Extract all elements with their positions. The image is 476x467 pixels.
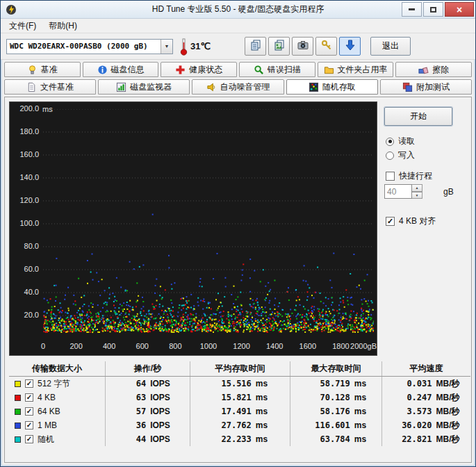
metric-value: 63 <box>125 393 146 402</box>
series-checkbox[interactable] <box>25 421 33 429</box>
tab-label: 附加测试 <box>416 81 450 93</box>
metric-cell: 17.491ms <box>190 404 290 418</box>
tab-erase[interactable]: 擦除 <box>395 62 472 77</box>
start-button[interactable]: 开始 <box>384 107 452 126</box>
column-header: 平均存取时间 <box>190 361 290 376</box>
toolbar: WDC WD20EARX-00PASB0 (2000 gB) 31℃ 退出 <box>1 33 475 60</box>
y-tick-label: 120.0 <box>10 196 39 204</box>
maximize-icon <box>430 7 436 13</box>
metric-value: 36 <box>125 420 146 430</box>
radio-selected-icon <box>386 138 394 146</box>
metric-cell: 58.719ms <box>290 377 381 391</box>
series-color-swatch <box>15 436 21 443</box>
metric-cell: 22.821MB/秒 <box>381 432 470 446</box>
tab-random-access[interactable]: 随机存取 <box>286 79 378 95</box>
drive-select[interactable]: WDC WD20EARX-00PASB0 (2000 gB) <box>6 39 173 54</box>
close-button[interactable] <box>445 2 474 17</box>
health-icon <box>175 65 186 75</box>
series-checkbox[interactable] <box>25 393 33 402</box>
metric-value: 22.233 <box>213 434 252 444</box>
chevron-down-icon[interactable] <box>161 40 172 54</box>
tab-benchmark[interactable]: 基准 <box>4 62 81 77</box>
tab-error-scan[interactable]: 错误扫描 <box>239 62 315 77</box>
metric-unit: MB/秒 <box>436 378 460 390</box>
results-table-body: 512 字节64IOPS15.516ms58.719ms0.031MB/秒4 K… <box>9 377 470 446</box>
metric-unit: MB/秒 <box>436 406 460 418</box>
metric-unit: ms <box>256 434 268 444</box>
y-tick-label: 140.0 <box>10 173 39 181</box>
metric-unit: ms <box>354 434 366 444</box>
tab-label: 健康状态 <box>189 64 222 76</box>
spin-up-icon[interactable] <box>412 184 422 192</box>
metric-unit: ms <box>354 379 366 388</box>
metric-unit: MB/秒 <box>436 392 460 404</box>
read-radio[interactable]: 读取 <box>386 136 415 147</box>
menu-file[interactable]: 文件(F) <box>3 19 42 33</box>
metric-cell: 22.233ms <box>190 432 290 446</box>
access-time-chart: ms 200.0180.0160.0140.0120.0100.080.060.… <box>9 101 377 356</box>
metric-cell: 36IOPS <box>105 418 190 432</box>
metric-unit: ms <box>354 393 366 402</box>
save-results-button[interactable] <box>339 37 361 56</box>
copy-text-button[interactable] <box>245 37 266 56</box>
series-cell: 随机 <box>9 432 105 446</box>
metric-value: 3.573 <box>393 407 432 416</box>
series-color-swatch <box>15 409 21 415</box>
shortstroke-checkbox[interactable]: 快捷行程 <box>386 170 432 182</box>
maximize-button[interactable] <box>423 2 443 17</box>
tab-file-benchmark[interactable]: 文件基准 <box>4 79 96 95</box>
metric-cell: 64IOPS <box>105 377 190 391</box>
metric-cell: 63IOPS <box>105 391 190 404</box>
spinner-buttons[interactable] <box>412 184 422 199</box>
metric-unit: ms <box>256 420 268 430</box>
minimize-button[interactable] <box>402 2 422 17</box>
table-row: 1 MB36IOPS27.762ms116.601ms36.020MB/秒 <box>9 418 470 432</box>
tab-aam[interactable]: 自动噪音管理 <box>192 79 284 95</box>
tab-label: 错误扫描 <box>268 64 301 76</box>
series-label: 随机 <box>38 434 54 445</box>
tab-health[interactable]: 健康状态 <box>161 62 237 77</box>
info-icon <box>97 65 108 75</box>
metric-cell: 63.784ms <box>290 432 381 446</box>
metric-value: 57 <box>125 407 146 416</box>
series-checkbox[interactable] <box>25 407 33 416</box>
metric-value: 63.784 <box>306 434 350 444</box>
copy-image-button[interactable] <box>268 37 290 56</box>
shortstroke-size-input[interactable] <box>384 184 412 199</box>
tab-extra-tests[interactable]: 附加测试 <box>380 79 472 95</box>
spin-down-icon[interactable] <box>412 192 422 199</box>
series-cell: 512 字节 <box>9 377 105 391</box>
series-checkbox[interactable] <box>25 379 33 388</box>
metric-value: 0.247 <box>393 393 432 402</box>
y-tick-label: 60.0 <box>10 265 39 273</box>
metric-cell: 57IOPS <box>105 404 190 418</box>
tab-folder-usage[interactable]: 文件夹占用率 <box>318 62 394 77</box>
align-checkbox[interactable]: 4 KB 对齐 <box>386 215 436 227</box>
write-radio[interactable]: 写入 <box>386 149 415 161</box>
tab-disk-info[interactable]: 磁盘信息 <box>83 62 159 77</box>
metric-cell: 70.128ms <box>290 391 381 404</box>
series-cell: 1 MB <box>9 418 105 432</box>
tab-disk-monitor[interactable]: 磁盘监视器 <box>98 79 190 95</box>
options-button[interactable] <box>315 37 337 56</box>
exit-button[interactable]: 退出 <box>370 37 411 56</box>
menu-help[interactable]: 帮助(H) <box>42 19 83 33</box>
tab-label: 擦除 <box>432 64 449 76</box>
metric-unit: IOPS <box>150 407 170 416</box>
random-icon <box>309 82 319 92</box>
table-row: 512 字节64IOPS15.516ms58.719ms0.031MB/秒 <box>9 377 470 391</box>
metric-unit: IOPS <box>150 379 170 388</box>
series-label: 4 KB <box>38 393 56 402</box>
metric-value: 22.821 <box>393 434 432 444</box>
title-bar[interactable]: HD Tune 专业版 5.50 - 硬盘/固态硬盘实用程序 <box>1 1 475 19</box>
metric-unit: IOPS <box>150 434 170 444</box>
metric-unit: IOPS <box>150 420 170 430</box>
checkbox-checked-icon <box>386 217 395 226</box>
copy-text-icon <box>250 40 261 53</box>
series-checkbox[interactable] <box>25 435 33 443</box>
column-header: 操作/秒 <box>105 361 190 376</box>
thermometer-icon <box>179 38 188 56</box>
metric-cell: 36.020MB/秒 <box>381 418 470 432</box>
screenshot-button[interactable] <box>292 37 313 56</box>
series-color-swatch <box>15 423 21 429</box>
